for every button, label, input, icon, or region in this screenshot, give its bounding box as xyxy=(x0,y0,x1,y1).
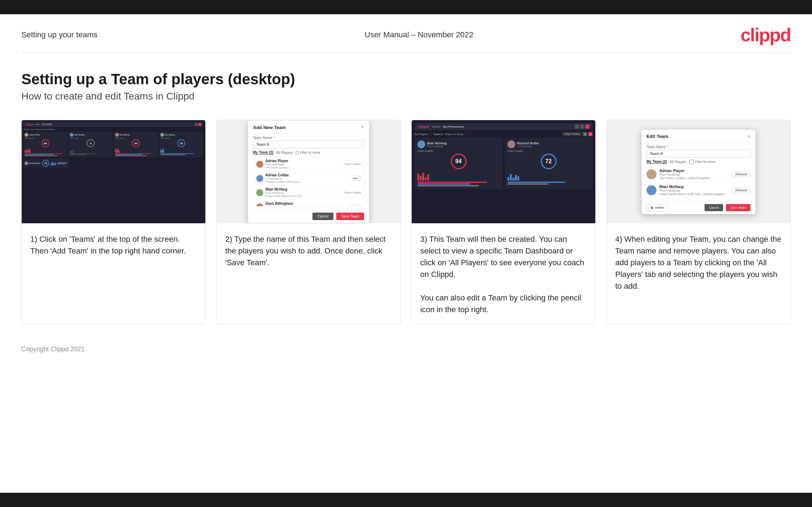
list-item: Adrian Player Plus Handicap The Shire, L… xyxy=(253,157,364,171)
player-status: Player Added xyxy=(344,162,361,166)
screenshot-4: Edit Team × Team Name * My Team (2) All … xyxy=(607,120,790,223)
description-2: 2) Type the name of this Team and then s… xyxy=(217,223,400,324)
player-club: Royal North Devon Golf Club xyxy=(265,194,342,198)
modal-filter-checkbox[interactable] xyxy=(296,151,299,154)
player4-avatar-2 xyxy=(647,185,657,195)
modal4-title: Edit Team xyxy=(647,134,668,139)
modal-tab-my-team[interactable]: My Team (2) xyxy=(253,150,273,155)
player-add-button[interactable]: Add xyxy=(349,176,361,181)
header: Setting up your teams User Manual – Nove… xyxy=(0,14,812,46)
player4-remove-button-1[interactable]: Remove xyxy=(732,171,750,177)
player4-info-2: Blair McHarg Plus Handicap Royal North D… xyxy=(659,185,729,196)
ss3-card-2: Richard Butler 1.5 Handicap Player Quali… xyxy=(505,138,592,189)
ss1-logo: clippd xyxy=(25,123,33,126)
top-bar xyxy=(0,0,812,14)
description-4: 4) When editing your Team, you can chang… xyxy=(607,223,790,324)
player4-sub1-2: Plus Handicap xyxy=(659,189,729,192)
cancel-button[interactable]: Cancel xyxy=(312,213,333,220)
ss3-header-row: All Players › Team A Players in Group ✏ … xyxy=(415,132,592,136)
modal-filter-text: Filter by name xyxy=(300,151,320,154)
modal4-save-button[interactable]: Save Team xyxy=(726,204,750,211)
player4-avatar-1 xyxy=(647,169,657,179)
ss3-score-2: 72 xyxy=(541,154,557,169)
player4-name-1: Adrian Player xyxy=(659,169,729,173)
player-sub: 1.5 Handicap xyxy=(265,206,347,207)
save-team-button[interactable]: Save Team xyxy=(336,213,364,220)
player-club: Central London Golf Centre xyxy=(265,180,347,183)
list-item: Adrian Player Plus Handicap The Shire, L… xyxy=(647,166,750,182)
description-1: 1) Click on 'Teams' at the top of the sc… xyxy=(22,223,205,324)
player-name: Blair McHarg xyxy=(265,187,342,191)
player4-name-2: Blair McHarg xyxy=(659,185,729,189)
footer: Copyright Clippd 2021 xyxy=(0,338,812,360)
ss1-nav-home: Home xyxy=(35,123,40,126)
ss3-player-sub-2: 1.5 Handicap xyxy=(517,145,539,148)
ss3-score-1: 94 xyxy=(451,154,466,169)
edit-team-modal: Edit Team × Team Name * My Team (2) All … xyxy=(642,130,755,214)
player-info: Adrian Player Plus Handicap The Shire, L… xyxy=(265,159,342,169)
player4-remove-button-2[interactable]: Remove xyxy=(732,187,750,193)
modal-filter-label: Filter by name xyxy=(296,151,320,154)
modal-tab-all-players[interactable]: All Players xyxy=(276,151,293,155)
ss3-inner: clippd Teams My Performance All Players xyxy=(415,123,592,189)
column-2: Add New Team × Team Name * My Team (2) A… xyxy=(216,120,401,324)
page-subtitle: How to create and edit Teams in Clippd xyxy=(21,91,791,102)
modal-header: Add New Team × xyxy=(248,121,369,133)
ss3-bars-1 xyxy=(417,171,500,181)
modal4-cancel-button[interactable]: Cancel xyxy=(705,204,723,211)
ss3-controls: Player Details ⊞ ≡ xyxy=(562,132,592,136)
player-avatar xyxy=(256,175,263,182)
modal-team-name-label: Team Name * xyxy=(253,136,364,140)
player-name: Adrian Coliba xyxy=(265,173,347,177)
ss3-nav: clippd Teams My Performance xyxy=(415,123,592,130)
bottom-bar xyxy=(0,493,812,507)
player-info: Dave Billingham 1.5 Handicap The Gog Mag… xyxy=(265,202,347,207)
player-club: The Shire, London xyxy=(265,166,342,169)
player-avatar xyxy=(256,161,263,168)
player4-sub1-1: Plus Handicap xyxy=(659,173,729,176)
ss3-player-name-1: Blair McHarg xyxy=(427,142,447,145)
column-3: clippd Teams My Performance All Players xyxy=(411,120,596,324)
trash-icon: 🗑 xyxy=(650,206,654,209)
ss3-bars-2 xyxy=(507,171,590,181)
add-team-modal: Add New Team × Team Name * My Team (2) A… xyxy=(248,121,369,223)
player-add-button[interactable]: Add xyxy=(349,204,361,207)
header-center-text: User Manual – November 2022 xyxy=(365,30,474,39)
player-info: Blair McHarg Plus Handicap Royal North D… xyxy=(265,187,342,198)
screenshot-1: clippd Home My Portfolio Showing 6 out o… xyxy=(22,120,205,223)
player-name: Dave Billingham xyxy=(265,202,347,206)
player-avatar xyxy=(256,189,263,196)
player-status: Player Added xyxy=(344,191,361,194)
columns-container: clippd Home My Portfolio Showing 6 out o… xyxy=(21,120,791,324)
delete-button[interactable]: 🗑 Delete xyxy=(647,204,668,211)
modal-close-icon[interactable]: × xyxy=(361,124,364,130)
player-sub: Plus Handicap xyxy=(265,191,342,194)
ss3-nav-teams: Teams xyxy=(432,125,440,128)
modal4-filter-checkbox[interactable] xyxy=(689,160,694,164)
modal4-team-name-label: Team Name * xyxy=(647,145,750,149)
ss3-player-sub-1: Plus Handicap xyxy=(427,145,447,148)
player-name: Adrian Player xyxy=(265,159,342,163)
modal-team-name-input[interactable] xyxy=(253,140,364,148)
modal-body: Team Name * My Team (2) All Players Filt… xyxy=(248,133,369,209)
page-title: Setting up a Team of players (desktop) xyxy=(21,71,791,88)
modal4-tab-all-players[interactable]: All Players xyxy=(670,160,686,164)
ss3-nav-performance: My Performance xyxy=(443,125,464,128)
modal4-filter-text: Filter by name xyxy=(695,160,715,164)
modal4-close-icon[interactable]: × xyxy=(747,133,750,140)
delete-label: Delete xyxy=(655,206,664,209)
ss1-nav-portfolio: My Portfolio xyxy=(42,123,52,126)
modal-tabs: My Team (2) All Players Filter by name xyxy=(253,150,364,155)
screenshot-2: Add New Team × Team Name * My Team (2) A… xyxy=(217,120,400,223)
player-sub: 1.5 Handicap xyxy=(265,177,347,180)
modal4-footer: 🗑 Delete Cancel Save Team xyxy=(642,201,755,214)
modal4-team-name-input[interactable] xyxy=(647,150,750,158)
ss3-card-1: Blair McHarg Plus Handicap Player Qualit… xyxy=(415,138,502,189)
player-sub: Plus Handicap xyxy=(265,163,342,166)
copyright-text: Copyright Clippd 2021 xyxy=(21,346,85,353)
screenshot-3: clippd Teams My Performance All Players xyxy=(412,120,595,223)
list-item: Adrian Coliba 1.5 Handicap Central Londo… xyxy=(253,171,364,186)
player-avatar xyxy=(256,203,263,207)
modal4-tab-my-team[interactable]: My Team (2) xyxy=(647,160,667,164)
modal-footer: Cancel Save Team xyxy=(248,209,369,223)
